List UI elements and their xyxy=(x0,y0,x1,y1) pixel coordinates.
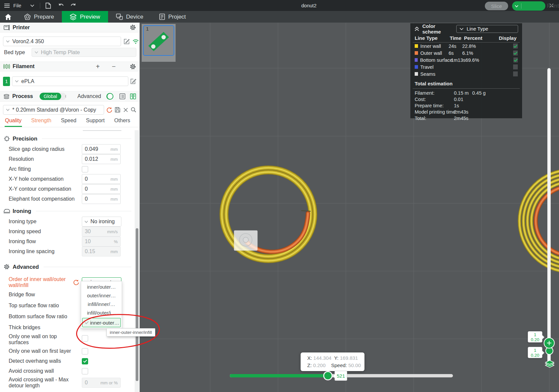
right-ring-toolpath xyxy=(519,170,559,272)
setting-row: Avoid crossing wall xyxy=(0,366,135,376)
layer-slider-upper-thumb[interactable] xyxy=(544,338,555,348)
sidebar-scrollbar-thumb[interactable] xyxy=(136,228,138,381)
setting-row: Arc fitting xyxy=(0,164,135,174)
home-icon xyxy=(5,14,12,20)
line-type-swatch xyxy=(415,72,418,76)
main-tab-bar: Prepare Preview Device Project xyxy=(0,11,559,23)
reset-value-icon[interactable] xyxy=(73,279,79,285)
menu-divider xyxy=(40,3,40,9)
process-preset-select[interactable]: * 0.20mm Standard @Voron - Copy xyxy=(3,105,104,115)
layer-badge-top: 10.20 xyxy=(528,331,542,343)
dropdown-option[interactable]: inner/outer… xyxy=(81,282,122,291)
printer-settings-gear-icon[interactable] xyxy=(129,24,136,31)
tab-device-label: Device xyxy=(126,14,143,20)
col-time: Time xyxy=(450,35,464,41)
wall-order-dropdown: inner/outer…outer/inner…infill/inner/…in… xyxy=(81,281,122,329)
edit-printer-icon[interactable] xyxy=(124,38,130,45)
setting-input[interactable]: 0mm xyxy=(82,174,121,184)
setting-label: X-Y contour compensation xyxy=(9,186,75,192)
setting-row: X-Y contour compensation0mm xyxy=(0,184,135,194)
advanced-icon xyxy=(3,263,10,270)
save-icon[interactable] xyxy=(44,2,52,10)
file-menu[interactable]: File xyxy=(0,0,24,11)
setting-input[interactable]: 0mm xyxy=(82,194,121,204)
edit-filament-icon[interactable] xyxy=(130,78,136,85)
settings-sidebar: Printer Voron2.4 350 Bed type High Temp … xyxy=(0,23,140,392)
tab-project[interactable]: Project xyxy=(151,11,194,23)
advanced-toggle[interactable] xyxy=(106,93,113,100)
estimation-row: Model printing time:2m43s xyxy=(410,109,522,115)
list-view-icon[interactable] xyxy=(119,93,125,100)
file-menu-chevron-icon[interactable] xyxy=(28,2,37,10)
display-checkbox[interactable] xyxy=(513,44,518,49)
undo-icon[interactable] xyxy=(57,2,66,10)
display-checkbox[interactable] xyxy=(513,64,518,69)
save-preset-icon[interactable] xyxy=(115,107,120,113)
move-slider-thumb[interactable] xyxy=(323,371,333,380)
filament-settings-gear-icon[interactable] xyxy=(129,63,136,70)
tab-preview[interactable]: Preview xyxy=(62,11,108,23)
filament-slot-badge[interactable]: 1 xyxy=(3,77,10,86)
setting-input[interactable]: 0.012mm xyxy=(82,154,121,164)
print-options-chevron-icon[interactable] xyxy=(512,3,521,9)
donut-toolpath xyxy=(222,168,315,261)
dropdown-option[interactable]: outer/inner… xyxy=(81,291,122,300)
redo-icon[interactable] xyxy=(69,2,77,10)
compare-presets-icon[interactable] xyxy=(130,93,136,100)
setting-input[interactable]: 0.049mm xyxy=(82,144,121,154)
plus-icon xyxy=(547,341,552,345)
remove-filament-icon[interactable]: − xyxy=(110,63,117,70)
process-tab-support[interactable]: Support xyxy=(86,118,105,127)
print-button[interactable]: Print xyxy=(512,1,545,11)
setting-checkbox[interactable] xyxy=(82,348,88,354)
3d-viewport[interactable]: 1 Color scheme Line Type Line Type Time … xyxy=(140,23,559,392)
y-value: 169.831 xyxy=(340,355,358,361)
tab-home[interactable] xyxy=(0,11,16,23)
dropdown-option-selected[interactable]: inner-outer… xyxy=(82,318,121,327)
dropdown-option[interactable]: infill/outer/i… xyxy=(81,308,122,317)
estimation-row: Total:2m45s xyxy=(410,115,522,121)
setting-checkbox[interactable] xyxy=(82,166,88,172)
col-line-type: Line Type xyxy=(415,35,450,41)
add-filament-icon[interactable]: + xyxy=(94,63,101,70)
tab-prepare[interactable]: Prepare xyxy=(16,11,62,23)
setting-select[interactable]: No ironing xyxy=(82,217,121,227)
color-scheme-select[interactable]: Line Type xyxy=(456,25,518,33)
collapse-icon[interactable] xyxy=(414,27,419,31)
tab-device[interactable]: Device xyxy=(108,11,151,23)
file-menu-label: File xyxy=(13,3,21,8)
display-checkbox[interactable] xyxy=(513,50,518,55)
setting-label: Only one wall on top surfaces xyxy=(9,334,75,345)
setting-checkbox[interactable] xyxy=(82,358,88,364)
line-type-row: Bottom surface1m13s69.6% xyxy=(410,56,522,63)
setting-label: Ironing speed xyxy=(9,229,75,235)
delete-preset-icon[interactable] xyxy=(123,107,128,113)
printer-section-header: Printer xyxy=(0,23,139,33)
dropdown-option[interactable]: infill/inner/… xyxy=(81,300,122,308)
reset-preset-icon[interactable] xyxy=(106,107,112,113)
search-icon[interactable] xyxy=(131,107,136,113)
setting-label: Elephant foot compensation xyxy=(9,196,75,202)
process-tab-strength[interactable]: Strength xyxy=(31,118,51,127)
printer-select[interactable]: Voron2.4 350 xyxy=(3,37,121,46)
display-checkbox[interactable] xyxy=(513,57,518,62)
setting-checkbox[interactable] xyxy=(82,368,88,374)
sidebar-scrollbar[interactable] xyxy=(135,130,140,392)
scope-global-pill[interactable]: Global xyxy=(40,93,61,100)
line-type-swatch xyxy=(415,65,418,69)
layers-icon[interactable] xyxy=(545,360,555,369)
filament-select[interactable]: ePLA xyxy=(12,76,128,86)
layer-range-slider[interactable] xyxy=(547,68,551,367)
slice-button[interactable]: Slice xyxy=(485,2,508,10)
process-tab-quality[interactable]: Quality xyxy=(5,118,22,127)
display-checkbox[interactable] xyxy=(513,71,518,76)
setting-input[interactable]: 0mm xyxy=(82,184,121,194)
bed-type-select[interactable]: High Temp Plate xyxy=(32,48,136,57)
plate-thumbnail-card[interactable]: 1 xyxy=(142,24,176,62)
setting-checkbox[interactable] xyxy=(82,335,88,342)
scope-objects-pill[interactable]: Objects xyxy=(61,93,66,100)
process-tab-speed[interactable]: Speed xyxy=(61,118,76,127)
speed-label: Speed: xyxy=(331,362,347,368)
process-tab-others[interactable]: Others xyxy=(114,118,130,127)
wifi-icon[interactable] xyxy=(132,38,139,45)
